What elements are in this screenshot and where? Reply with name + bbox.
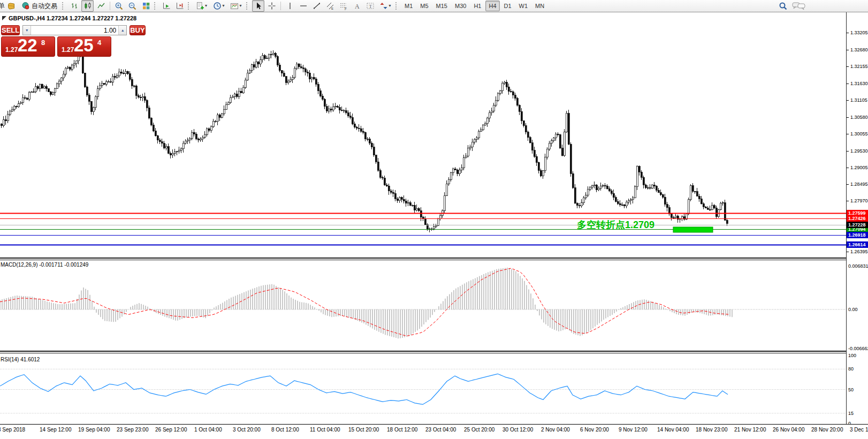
- sell-price-button[interactable]: 1.27 22 8: [1, 36, 55, 57]
- new-chart-button[interactable]: ▾: [194, 0, 210, 12]
- zoom-in-button[interactable]: [113, 0, 125, 12]
- macd-indicator-label: MACD(12,26,9) -0.001711 -0.001249: [1, 262, 88, 268]
- date-axis-label: 2 Nov 04:00: [541, 427, 570, 433]
- buy-price-prefix: 1.27: [62, 46, 74, 54]
- toolbar-separator: [110, 2, 110, 10]
- toolbar-grip[interactable]: [188, 2, 191, 10]
- price-axis-tick-mark: [847, 201, 849, 201]
- price-tag: 1.27228: [847, 222, 868, 228]
- text-tool-button[interactable]: A: [351, 0, 363, 12]
- search-icon: [779, 2, 788, 11]
- arrows-tool-button[interactable]: ▾: [377, 0, 393, 12]
- timeframe-button-H4[interactable]: H4: [485, 1, 499, 11]
- zoom-out-button[interactable]: [126, 0, 139, 12]
- toolbar-grip[interactable]: [154, 2, 157, 10]
- trendline-tool-button[interactable]: [310, 0, 323, 12]
- template-icon: [230, 2, 239, 10]
- price-axis-tick-mark: [847, 184, 849, 185]
- price-axis-tick: 1.30580: [850, 115, 868, 120]
- buy-price-button[interactable]: 1.27 25 4: [57, 36, 111, 57]
- toolbar-grip[interactable]: [62, 2, 65, 10]
- rsi-scale-label: 15: [848, 411, 854, 416]
- price-axis-tick: 1.28495: [850, 181, 868, 187]
- chart-shift-icon: [176, 2, 184, 10]
- chevron-down-icon: ▾: [239, 4, 241, 8]
- date-axis-label: 26 Sep 12:00: [155, 427, 187, 433]
- mailbox-icon: [7, 2, 16, 10]
- timeframe-button-M15[interactable]: M15: [433, 1, 451, 11]
- buy-price-sup: 4: [97, 39, 101, 47]
- toolbar: 单 自动交易: [0, 0, 868, 12]
- trendline-icon: [313, 2, 321, 10]
- price-axis-tick-mark: [847, 134, 849, 134]
- volume-control: ▼ ▲: [22, 25, 127, 35]
- price-axis-tick: 1.32155: [850, 64, 868, 69]
- price-axis-tick: 1.29530: [850, 148, 868, 154]
- vertical-line-tool-button[interactable]: [284, 0, 296, 12]
- sell-button[interactable]: SELL: [1, 25, 20, 35]
- new-order-button[interactable]: 单: [0, 2, 5, 11]
- price-axis-tick-mark: [847, 117, 849, 118]
- date-axis-label: 28 Nov 20:00: [811, 427, 843, 433]
- toolbar-grip[interactable]: [395, 2, 398, 10]
- one-click-trading-panel: SELL ▼ ▲ BUY 1.27 22 8 1.27 25 4: [1, 25, 112, 57]
- periods-button[interactable]: ▾: [211, 0, 227, 12]
- bar-chart-button[interactable]: [68, 0, 80, 12]
- templates-button[interactable]: ▾: [228, 0, 244, 12]
- rsi-pane[interactable]: [0, 353, 846, 424]
- cursor-button[interactable]: [252, 0, 264, 12]
- date-axis-label: 8 Oct 12:00: [271, 427, 299, 433]
- search-button[interactable]: [777, 0, 789, 12]
- timeframe-button-H1[interactable]: H1: [470, 1, 484, 11]
- timeframe-button-M5[interactable]: M5: [417, 1, 431, 11]
- crosshair-icon: [268, 2, 276, 10]
- main-chart-pane[interactable]: [0, 12, 846, 258]
- price-tag: 1.26918: [847, 232, 868, 238]
- volume-input[interactable]: [31, 26, 118, 35]
- one-click-panel-toggle[interactable]: [2, 16, 6, 20]
- date-axis-label: 30 Oct 12:00: [502, 427, 533, 433]
- candlestick-chart-button[interactable]: [81, 0, 94, 12]
- date-axis-label: 26 Nov 04:00: [773, 427, 805, 433]
- price-axis-tick: 1.30055: [850, 131, 868, 137]
- horizontal-line-icon: [299, 2, 308, 10]
- svg-text:E: E: [331, 7, 333, 10]
- date-axis-label: 15 Oct 20:00: [348, 427, 379, 433]
- price-axis[interactable]: 0.0068314 0.00 -0.0066624 1.332051.32680…: [846, 12, 868, 424]
- buy-button[interactable]: BUY: [130, 25, 145, 35]
- volume-decrease-button[interactable]: ▼: [23, 26, 31, 35]
- timeframe-button-MN[interactable]: MN: [532, 1, 547, 11]
- timeframe-button-D1[interactable]: D1: [501, 1, 515, 11]
- tile-windows-button[interactable]: [140, 0, 152, 12]
- fibonacci-tool-button[interactable]: F: [337, 0, 349, 12]
- crosshair-button[interactable]: [265, 0, 278, 12]
- timeframe-button-M30[interactable]: M30: [452, 1, 469, 11]
- auto-scroll-button[interactable]: [160, 0, 172, 12]
- text-label-tool-button[interactable]: T: [364, 0, 376, 12]
- toolbar-separator: [280, 2, 281, 10]
- sell-price-main: 22: [18, 35, 37, 56]
- timeframe-button-W1[interactable]: W1: [516, 1, 531, 11]
- toolbar-grip[interactable]: [246, 2, 249, 10]
- fibonacci-icon: F: [339, 2, 348, 10]
- volume-increase-button[interactable]: ▲: [118, 26, 126, 35]
- autotrading-button[interactable]: 自动交易: [19, 0, 60, 12]
- date-axis-label: 3 Dec 12:00: [850, 427, 868, 433]
- svg-text:F: F: [345, 7, 347, 11]
- timeframe-button-M1[interactable]: M1: [401, 1, 416, 11]
- horizontal-line-tool-button[interactable]: [297, 0, 309, 12]
- date-axis-label: 21 Nov 12:00: [734, 427, 766, 433]
- chat-button[interactable]: [790, 0, 808, 12]
- chart-shift-button[interactable]: [173, 0, 186, 12]
- mailbox-button[interactable]: [5, 0, 18, 12]
- line-chart-button[interactable]: [95, 0, 107, 12]
- svg-text:T: T: [369, 4, 372, 9]
- macd-pane[interactable]: [0, 260, 846, 351]
- date-axis-label: 23 Sep 23:00: [117, 427, 149, 433]
- macd-scale-min: -0.0066624: [848, 346, 868, 351]
- vertical-line-icon: [286, 2, 294, 10]
- equidistant-channel-tool-button[interactable]: E: [324, 0, 336, 12]
- date-axis[interactable]: 3 Sep 201814 Sep 12:0019 Sep 04:0023 Sep…: [0, 424, 868, 439]
- line-chart-icon: [97, 2, 105, 10]
- date-axis-label: 19 Sep 04:00: [78, 427, 110, 433]
